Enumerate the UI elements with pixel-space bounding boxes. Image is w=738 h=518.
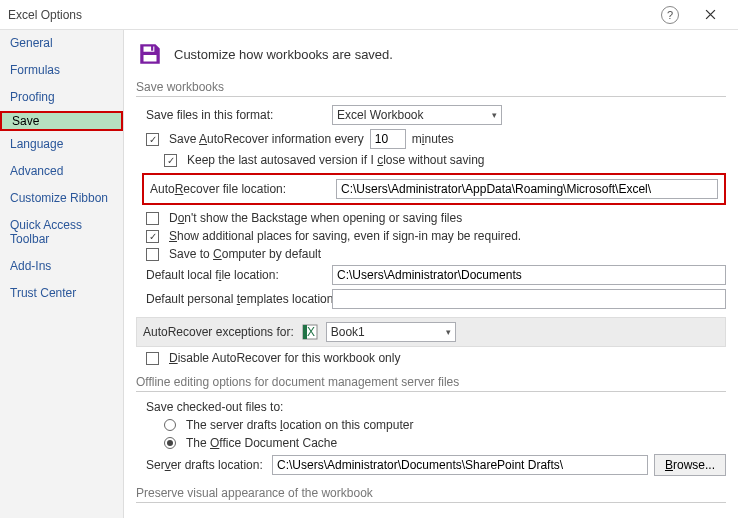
- exceptions-value: Book1: [331, 325, 365, 339]
- sidebar-item-language[interactable]: Language: [0, 131, 123, 158]
- close-button[interactable]: [690, 0, 730, 30]
- sidebar-item-proofing[interactable]: Proofing: [0, 84, 123, 111]
- chevron-down-icon: ▾: [446, 327, 451, 337]
- autorecover-minutes-input[interactable]: [370, 129, 406, 149]
- row-disable-autorecover: Disable AutoRecover for this workbook on…: [146, 351, 726, 365]
- row-autorecover-every: Save AutoRecover information every minut…: [146, 129, 726, 149]
- main-panel: Customize how workbooks are saved. Save …: [124, 30, 738, 518]
- sidebar-item-save[interactable]: Save: [0, 111, 123, 131]
- sidebar-item-general[interactable]: General: [0, 30, 123, 57]
- format-label: Save files in this format:: [146, 108, 326, 122]
- sidebar-item-qat[interactable]: Quick Access Toolbar: [0, 212, 123, 253]
- checked-out-label: Save checked-out files to:: [146, 400, 283, 414]
- arloc-input[interactable]: [336, 179, 718, 199]
- row-server-drafts-location: Server drafts location: Browse...: [146, 454, 726, 476]
- row-dont-backstage: Don't show the Backstage when opening or…: [146, 211, 726, 225]
- row-autorecover-location: AutoRecover file location:: [142, 173, 726, 205]
- section-autorecover-exceptions: AutoRecover exceptions for: X Book1 ▾: [136, 317, 726, 347]
- section-offline-editing: Offline editing options for document man…: [136, 375, 726, 392]
- def-tmpl-input[interactable]: [332, 289, 726, 309]
- sidebar-item-add-ins[interactable]: Add-Ins: [0, 253, 123, 280]
- server-drafts-radio[interactable]: [164, 419, 176, 431]
- row-save-computer: Save to Computer by default: [146, 247, 726, 261]
- arloc-label: AutoRecover file location:: [150, 182, 330, 196]
- row-default-local-location: Default local file location:: [146, 265, 726, 285]
- browse-button[interactable]: Browse...: [654, 454, 726, 476]
- server-drafts-input[interactable]: [272, 455, 648, 475]
- def-local-label: Default local file location:: [146, 268, 326, 282]
- section-preserve-visual: Preserve visual appearance of the workbo…: [136, 486, 726, 503]
- window-title: Excel Options: [8, 8, 650, 22]
- def-local-input[interactable]: [332, 265, 726, 285]
- disable-autorecover-label: Disable AutoRecover for this workbook on…: [169, 351, 400, 365]
- hero: Customize how workbooks are saved.: [136, 40, 726, 68]
- section-save-workbooks: Save workbooks: [136, 80, 726, 97]
- autorecover-checkbox[interactable]: [146, 133, 159, 146]
- row-save-format: Save files in this format: Excel Workboo…: [146, 105, 726, 125]
- sidebar-item-customize-ribbon[interactable]: Customize Ribbon: [0, 185, 123, 212]
- additional-places-checkbox[interactable]: [146, 230, 159, 243]
- office-cache-label: The Office Document Cache: [186, 436, 337, 450]
- row-additional-places: Show additional places for saving, even …: [146, 229, 726, 243]
- save-icon: [136, 40, 164, 68]
- format-value: Excel Workbook: [337, 108, 423, 122]
- dont-backstage-checkbox[interactable]: [146, 212, 159, 225]
- chevron-down-icon: ▾: [492, 110, 497, 120]
- exceptions-label: AutoRecover exceptions for:: [143, 325, 294, 339]
- workbook-icon: X: [302, 324, 318, 340]
- help-button[interactable]: ?: [650, 0, 690, 30]
- autorecover-label: Save AutoRecover information every: [169, 132, 364, 146]
- exceptions-select[interactable]: Book1 ▾: [326, 322, 456, 342]
- office-cache-radio[interactable]: [164, 437, 176, 449]
- disable-autorecover-checkbox[interactable]: [146, 352, 159, 365]
- sidebar-item-advanced[interactable]: Advanced: [0, 158, 123, 185]
- server-drafts-loc-label: Server drafts location:: [146, 458, 266, 472]
- svg-text:X: X: [307, 325, 315, 339]
- additional-places-label: Show additional places for saving, even …: [169, 229, 521, 243]
- row-keep-last: Keep the last autosaved version if I clo…: [164, 153, 726, 167]
- titlebar: Excel Options ?: [0, 0, 738, 30]
- keep-last-label: Keep the last autosaved version if I clo…: [187, 153, 485, 167]
- server-drafts-label: The server drafts location on this compu…: [186, 418, 413, 432]
- keep-last-checkbox[interactable]: [164, 154, 177, 167]
- minutes-label: minutes: [412, 132, 454, 146]
- row-radio-cache: The Office Document Cache: [164, 436, 726, 450]
- save-computer-checkbox[interactable]: [146, 248, 159, 261]
- sidebar-item-formulas[interactable]: Formulas: [0, 57, 123, 84]
- dont-backstage-label: Don't show the Backstage when opening or…: [169, 211, 462, 225]
- sidebar: General Formulas Proofing Save Language …: [0, 30, 124, 518]
- row-checked-out-label: Save checked-out files to:: [146, 400, 726, 414]
- sidebar-item-trust-center[interactable]: Trust Center: [0, 280, 123, 307]
- row-default-templates-location: Default personal templates location:: [146, 289, 726, 309]
- def-tmpl-label: Default personal templates location:: [146, 292, 326, 306]
- row-radio-drafts: The server drafts location on this compu…: [164, 418, 726, 432]
- hero-text: Customize how workbooks are saved.: [174, 47, 393, 62]
- save-computer-label: Save to Computer by default: [169, 247, 321, 261]
- format-select[interactable]: Excel Workbook ▾: [332, 105, 502, 125]
